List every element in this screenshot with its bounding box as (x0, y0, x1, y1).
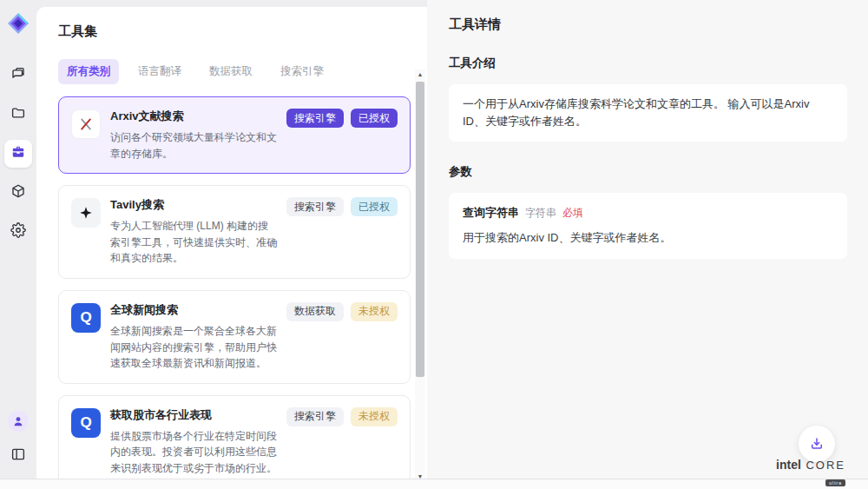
category-badge: 搜索引擎 (286, 109, 344, 128)
param-type: 字符串 (525, 205, 556, 221)
core-product-text: CORE (801, 459, 845, 472)
tool-badges: 数据获取 未授权 (286, 302, 398, 372)
params-heading: 参数 (449, 164, 847, 180)
folder-icon (10, 105, 26, 124)
intro-heading: 工具介绍 (449, 56, 847, 71)
auth-status-badge: 未授权 (351, 407, 398, 426)
juhe-q-logo-icon: Q (71, 408, 101, 438)
tool-card[interactable]: Q 获取股市各行业表现 提供股票市场各个行业在特定时间段内的表现。投资者可以利用… (58, 395, 411, 479)
intro-text: 一个用于从Arxiv存储库搜索科学论文和文章的工具。 输入可以是Arxiv ID… (463, 97, 809, 128)
sidebar (0, 0, 36, 479)
sidebar-item-settings[interactable] (4, 218, 32, 246)
sidebar-item-folder[interactable] (4, 101, 32, 129)
category-badge: 搜索引擎 (286, 407, 344, 426)
tool-list: Arxiv文献搜索 访问各个研究领域大量科学论文和文章的存储库。 搜索引擎 已授… (58, 96, 411, 479)
sidebar-item-package[interactable] (4, 179, 32, 207)
tool-description: 访问各个研究领域大量科学论文和文章的存储库。 (110, 129, 277, 162)
settings-icon (10, 222, 26, 241)
tool-collection-panel: 工具集 所有类别语言翻译数据获取搜索引擎 Arxiv文献搜索 访问各个研究领域大… (36, 7, 427, 479)
tab-3[interactable]: 搜索引擎 (272, 59, 332, 84)
user-avatar[interactable] (8, 411, 29, 432)
window-bottom-strip (0, 479, 868, 489)
tool-card[interactable]: Tavily搜索 专为人工智能代理 (LLM) 构建的搜索引擎工具，可快速提供实… (58, 185, 411, 279)
details-title: 工具详情 (449, 17, 847, 33)
tool-title: 获取股市各行业表现 (110, 407, 277, 423)
param-required-badge: 必填 (562, 205, 583, 221)
category-badge: 数据获取 (286, 302, 344, 321)
chat-icon (10, 66, 26, 85)
auth-status-badge: 未授权 (351, 302, 398, 321)
tool-description: 提供股票市场各个行业在特定时间段内的表现。投资者可以利用这些信息来识别表现优于或… (110, 428, 277, 477)
auth-status-badge: 已授权 (351, 197, 398, 216)
category-tabs: 所有类别语言翻译数据获取搜索引擎 (58, 59, 427, 84)
param-card: 查询字符串 字符串 必填 用于搜索的Arxiv ID、关键字或作者姓名。 (449, 193, 847, 258)
intel-core-logo: intel CORE ultra (776, 457, 845, 488)
app-logo-icon (6, 11, 30, 36)
tool-card[interactable]: Arxiv文献搜索 访问各个研究领域大量科学论文和文章的存储库。 搜索引擎 已授… (58, 96, 411, 174)
tool-title: Tavily搜索 (110, 197, 277, 213)
sidebar-bottom (4, 411, 32, 468)
tavily-logo-icon (71, 198, 101, 228)
scroll-down-arrow[interactable]: ▼ (415, 472, 425, 479)
panel-collapse-icon[interactable] (4, 440, 32, 468)
param-description: 用于搜索的Arxiv ID、关键字或作者姓名。 (463, 229, 833, 247)
tab-2[interactable]: 数据获取 (201, 59, 261, 84)
scroll-up-arrow[interactable]: ▲ (415, 69, 425, 80)
param-header: 查询字符串 字符串 必填 (463, 204, 833, 221)
tool-badges: 搜索引擎 已授权 (286, 197, 398, 267)
tool-details-panel: 工具详情 工具介绍 一个用于从Arxiv存储库搜索科学论文和文章的工具。 输入可… (427, 0, 868, 479)
param-name: 查询字符串 (463, 204, 519, 221)
app-window: 工具集 所有类别语言翻译数据获取搜索引擎 Arxiv文献搜索 访问各个研究领域大… (0, 0, 868, 489)
tool-badges: 搜索引擎 未授权 (286, 407, 398, 477)
sidebar-nav (4, 62, 32, 246)
tool-title: 全球新闻搜索 (110, 302, 277, 318)
intro-card: 一个用于从Arxiv存储库搜索科学论文和文章的工具。 输入可以是Arxiv ID… (449, 84, 847, 142)
scrollbar-thumb[interactable] (416, 82, 424, 377)
auth-status-badge: 已授权 (351, 109, 398, 128)
ultra-badge: ultra (825, 479, 845, 486)
tool-badges: 搜索引擎 已授权 (286, 109, 398, 162)
tab-0[interactable]: 所有类别 (58, 59, 119, 84)
intel-brand-text: intel (776, 458, 801, 472)
tool-description: 专为人工智能代理 (LLM) 构建的搜索引擎工具，可快速提供实时、准确和真实的结… (110, 218, 277, 267)
toolbox-icon (10, 144, 26, 163)
page-title: 工具集 (58, 23, 427, 40)
category-badge: 搜索引擎 (286, 197, 344, 216)
tool-card[interactable]: Q 全球新闻搜索 全球新闻搜索是一个聚合全球各大新闻网站内容的搜索引擎，帮助用户… (58, 290, 411, 384)
sidebar-item-chat[interactable] (4, 62, 32, 89)
download-icon (809, 436, 825, 452)
scrollbar[interactable]: ▲ ▼ (415, 69, 425, 479)
package-icon (10, 183, 26, 202)
tool-description: 全球新闻搜索是一个聚合全球各大新闻网站内容的搜索引擎，帮助用户快速获取全球最新资… (110, 323, 277, 372)
tab-1[interactable]: 语言翻译 (129, 59, 190, 84)
sidebar-item-toolbox[interactable] (4, 140, 32, 168)
juhe-q-logo-icon: Q (71, 303, 101, 333)
arxiv-logo-icon (71, 109, 101, 139)
tool-title: Arxiv文献搜索 (110, 109, 277, 124)
